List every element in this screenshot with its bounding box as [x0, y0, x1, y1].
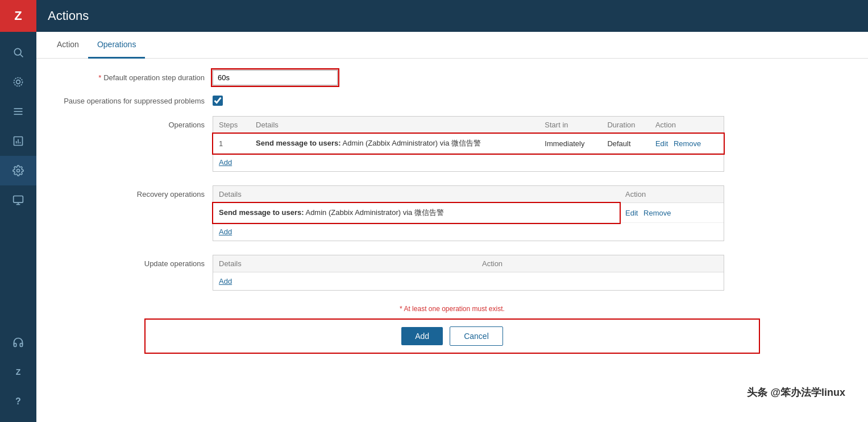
- recovery-details-value: Admin (Zabbix Administrator) via 微信告警: [304, 208, 444, 217]
- sidebar-item-search[interactable]: [0, 38, 36, 67]
- page-title: Actions: [48, 9, 89, 23]
- tab-action[interactable]: Action: [48, 32, 88, 59]
- tab-operations[interactable]: Operations: [88, 32, 145, 59]
- bottom-buttons-container: Add Cancel: [144, 318, 760, 354]
- remove-recovery-link[interactable]: Remove: [643, 209, 671, 217]
- update-operations-label: Update operations: [53, 255, 213, 291]
- svg-point-2: [16, 80, 20, 84]
- add-recovery-link[interactable]: Add: [219, 227, 232, 236]
- add-recovery-row: Add: [213, 223, 724, 241]
- update-operations-section: Update operations Details Action: [53, 255, 851, 291]
- edit-recovery-link[interactable]: Edit: [625, 209, 638, 217]
- add-operation-link[interactable]: Add: [219, 158, 232, 167]
- remove-operation-link[interactable]: Remove: [674, 139, 701, 148]
- recovery-table-row: Send message to users: Admin (Zabbix Adm…: [213, 203, 724, 223]
- row-details-value: Admin (Zabbix Administrator) via 微信告警: [341, 139, 481, 147]
- sidebar: Z Z ?: [0, 0, 36, 422]
- add-update-cell: Add: [213, 272, 724, 291]
- add-update-link[interactable]: Add: [219, 277, 232, 286]
- sidebar-item-reports[interactable]: [0, 126, 36, 156]
- topbar: Actions: [36, 0, 868, 32]
- col-startin: Start in: [539, 117, 601, 134]
- add-recovery-cell: Add: [213, 223, 724, 241]
- add-update-row: Add: [213, 272, 724, 291]
- add-operation-cell: Add: [213, 154, 724, 172]
- update-col-details: Details: [213, 255, 476, 272]
- recovery-table-wrap: Details Action Send message to users: Ad…: [213, 185, 724, 241]
- sidebar-item-administration[interactable]: [0, 185, 36, 215]
- svg-point-3: [14, 78, 23, 86]
- cancel-button[interactable]: Cancel: [450, 326, 503, 346]
- col-action: Action: [650, 117, 724, 134]
- recovery-operations-label: Recovery operations: [53, 185, 213, 241]
- pause-operations-row: Pause operations for suppressed problems: [53, 96, 851, 106]
- col-steps: Steps: [213, 117, 250, 134]
- add-button[interactable]: Add: [401, 327, 443, 345]
- operations-label: Operations: [53, 116, 213, 172]
- recovery-table: Details Action Send message to users: Ad…: [213, 186, 724, 241]
- form-area: *Default operation step duration Pause o…: [36, 59, 868, 377]
- add-operation-row: Add: [213, 154, 724, 172]
- content-area: Action Operations *Default operation ste…: [36, 32, 868, 422]
- svg-line-1: [20, 55, 23, 57]
- recovery-details-prefix: Send message to users:: [219, 208, 304, 217]
- sidebar-item-inventory[interactable]: [0, 97, 36, 126]
- svg-rect-12: [14, 196, 23, 203]
- edit-operation-link[interactable]: Edit: [655, 139, 668, 148]
- step-duration-input[interactable]: [213, 70, 338, 85]
- recovery-col-details: Details: [213, 186, 620, 203]
- sidebar-item-support[interactable]: [0, 328, 36, 357]
- validation-message: * At least one operation must exist.: [400, 305, 505, 313]
- col-details: Details: [250, 117, 539, 134]
- row-startin: Immediately: [539, 134, 601, 154]
- update-col-action: Action: [476, 255, 724, 272]
- operations-table-wrap: Steps Details Start in Duration Action 1: [213, 116, 724, 172]
- pause-operations-checkbox[interactable]: [213, 96, 223, 106]
- tabs: Action Operations: [36, 32, 868, 59]
- sidebar-nav: [0, 32, 36, 328]
- row-duration: Default: [601, 134, 649, 154]
- row-details: Send message to users: Admin (Zabbix Adm…: [250, 134, 539, 154]
- operations-table: Steps Details Start in Duration Action 1: [213, 117, 724, 171]
- recovery-col-action: Action: [620, 186, 724, 203]
- sidebar-item-zabbix[interactable]: Z: [0, 357, 36, 387]
- update-table-wrap: Details Action Add: [213, 255, 724, 291]
- col-duration: Duration: [601, 117, 649, 134]
- required-star: *: [98, 73, 101, 82]
- row-details-prefix: Send message to users:: [256, 139, 341, 147]
- validation-row: * At least one operation must exist.: [53, 304, 851, 313]
- row-steps: 1: [213, 134, 250, 154]
- pause-operations-label: Pause operations for suppressed problems: [53, 97, 213, 105]
- step-duration-row: *Default operation step duration: [53, 70, 851, 85]
- sidebar-item-configuration[interactable]: [0, 156, 36, 185]
- svg-point-11: [17, 169, 20, 172]
- recovery-operations-section: Recovery operations Details Action: [53, 185, 851, 241]
- sidebar-item-monitoring[interactable]: [0, 67, 36, 97]
- main-content: Actions Action Operations *Default opera…: [36, 0, 868, 422]
- row-actions: Edit Remove: [650, 134, 724, 154]
- svg-point-0: [14, 48, 21, 55]
- operations-section: Operations Steps Details Start in Durati…: [53, 116, 851, 172]
- table-row: 1 Send message to users: Admin (Zabbix A…: [213, 134, 724, 154]
- sidebar-item-help[interactable]: ?: [0, 387, 36, 416]
- step-duration-label: *Default operation step duration: [53, 73, 213, 82]
- sidebar-logo[interactable]: Z: [0, 0, 36, 32]
- recovery-row-details: Send message to users: Admin (Zabbix Adm…: [213, 203, 620, 223]
- update-table: Details Action Add: [213, 255, 724, 290]
- recovery-row-actions: Edit Remove: [620, 203, 724, 223]
- sidebar-bottom: Z ?: [0, 328, 36, 422]
